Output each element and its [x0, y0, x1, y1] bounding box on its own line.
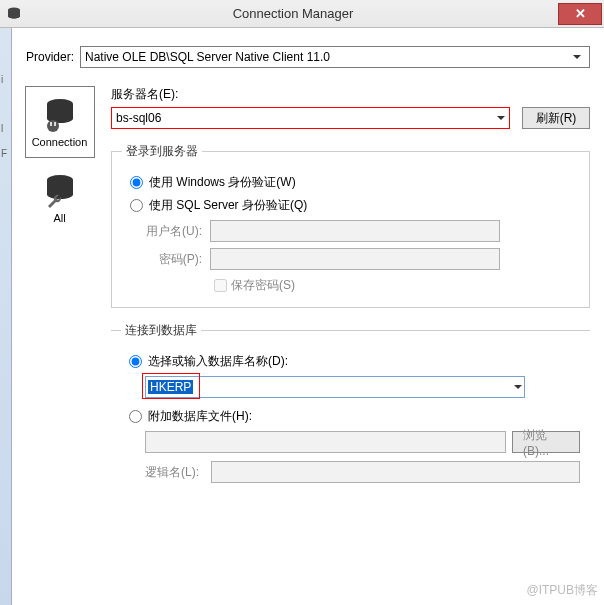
edge-frag: l: [1, 123, 11, 134]
provider-row: Provider: Native OLE DB\SQL Server Nativ…: [14, 46, 590, 68]
database-plug-icon: [42, 96, 78, 134]
auth-sql-label: 使用 SQL Server 身份验证(Q): [149, 197, 307, 214]
tab-connection[interactable]: Connection: [25, 86, 95, 158]
close-button[interactable]: ✕: [558, 3, 602, 25]
provider-dropdown[interactable]: Native OLE DB\SQL Server Native Client 1…: [80, 46, 590, 68]
username-label: 用户名(U):: [122, 223, 202, 240]
auth-windows-radio[interactable]: [130, 176, 143, 189]
chevron-down-icon: [514, 385, 522, 390]
provider-value: Native OLE DB\SQL Server Native Client 1…: [85, 50, 330, 64]
svg-point-1: [8, 13, 20, 18]
auth-windows-label: 使用 Windows 身份验证(W): [149, 174, 296, 191]
db-select-label: 选择或输入数据库名称(D):: [148, 353, 288, 370]
auth-sql-radio[interactable]: [130, 199, 143, 212]
edge-frag: F: [1, 148, 11, 159]
tab-connection-label: Connection: [32, 136, 88, 148]
auth-sql-row[interactable]: 使用 SQL Server 身份验证(Q): [122, 197, 579, 214]
refresh-button[interactable]: 刷新(R): [522, 107, 590, 129]
save-password-checkbox: [214, 279, 227, 292]
tab-column: Connection All: [22, 86, 97, 509]
svg-rect-6: [54, 122, 56, 126]
db-attach-label: 附加数据库文件(H):: [148, 408, 252, 425]
app-icon: [6, 6, 22, 22]
logical-name-label: 逻辑名(L):: [145, 464, 205, 481]
save-password-label: 保存密码(S): [231, 277, 295, 294]
tab-all[interactable]: All: [25, 162, 95, 234]
db-select-radio[interactable]: [129, 355, 142, 368]
attach-file-input: [145, 431, 506, 453]
tab-all-label: All: [53, 212, 65, 224]
svg-point-4: [47, 120, 59, 132]
password-input: [210, 248, 500, 270]
database-legend: 连接到数据库: [121, 322, 201, 339]
browse-label: 浏览(B)...: [523, 427, 569, 458]
username-input: [210, 220, 500, 242]
window-title: Connection Manager: [28, 6, 558, 21]
db-select-row[interactable]: 选择或输入数据库名称(D):: [121, 353, 580, 370]
logical-name-input: [211, 461, 580, 483]
password-label: 密码(P):: [122, 251, 202, 268]
refresh-label: 刷新(R): [536, 110, 577, 127]
chevron-down-icon: [569, 49, 585, 65]
db-attach-row[interactable]: 附加数据库文件(H):: [121, 408, 580, 425]
database-wrench-icon: [42, 172, 78, 210]
database-group: 连接到数据库 选择或输入数据库名称(D): HKERP: [111, 322, 590, 495]
server-name-combo[interactable]: bs-sql06: [111, 107, 510, 129]
logon-group: 登录到服务器 使用 Windows 身份验证(W) 使用 SQL Server …: [111, 143, 590, 308]
titlebar: Connection Manager ✕: [0, 0, 604, 28]
logon-legend: 登录到服务器: [122, 143, 202, 160]
database-name-value: HKERP: [148, 380, 193, 394]
chevron-down-icon: [497, 116, 505, 121]
server-name-value: bs-sql06: [116, 111, 161, 125]
save-password-row: 保存密码(S): [210, 276, 579, 295]
watermark: @ITPUB博客: [526, 582, 598, 599]
svg-point-8: [47, 189, 73, 199]
provider-label: Provider:: [14, 50, 74, 64]
left-edge-band: i l F: [0, 28, 12, 605]
browse-button[interactable]: 浏览(B)...: [512, 431, 580, 453]
edge-frag: i: [1, 74, 11, 85]
svg-rect-5: [50, 122, 52, 126]
server-name-label: 服务器名(E):: [111, 86, 590, 103]
database-name-combo[interactable]: HKERP: [145, 376, 525, 398]
db-attach-radio[interactable]: [129, 410, 142, 423]
auth-windows-row[interactable]: 使用 Windows 身份验证(W): [122, 174, 579, 191]
close-icon: ✕: [575, 6, 586, 21]
